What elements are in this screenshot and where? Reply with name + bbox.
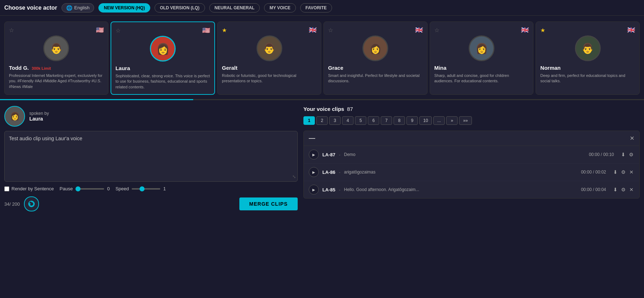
voice-cards-section: ☆ 🇺🇸 👨 Todd G. 300k Limit Professional I… (0, 16, 644, 98)
speed-slider[interactable] (132, 188, 160, 190)
speaker-row: 👩 spoken by Laura (4, 106, 298, 127)
pause-slider[interactable] (75, 188, 104, 190)
clip-item-la85: ▶ LA-85 - Hello. Good afternoon. Arigatō… (304, 181, 639, 198)
voice-card-grace[interactable]: ☆ 🇬🇧 👩 Grace Smart and insightful. Perfe… (323, 21, 428, 95)
generate-button[interactable] (24, 196, 39, 211)
voice-name-todd: Todd G. (9, 65, 29, 71)
voice-card-geralt[interactable]: ★ 🇬🇧 👨 Geralt Robotic or futuristic, goo… (217, 21, 321, 95)
avatar-mina: 👩 (469, 35, 494, 61)
star-icon-mina[interactable]: ☆ (434, 27, 439, 34)
delete-btn-la85[interactable]: ✕ (629, 186, 634, 193)
flag-todd: 🇺🇸 (96, 26, 104, 34)
page-btn-next[interactable]: » (446, 116, 458, 125)
voice-card-norman[interactable]: ★ 🇬🇧 👨 Norman Deep and firm, perfect for… (536, 21, 640, 95)
clip-panel: — ✕ ▶ LA-87 - Demo 00:00 / 00:10 ⬇ ⚙ ▶ L… (303, 131, 640, 199)
pagination: 1 2 3 4 5 6 7 8 9 10 ... » »» (303, 116, 640, 125)
pause-label: Pause (60, 186, 73, 191)
editor-panel: 👩 spoken by Laura Test audio clip using … (4, 106, 298, 266)
speaker-name: Laura (29, 116, 49, 122)
play-btn-la87[interactable]: ▶ (309, 150, 319, 160)
star-icon-norman[interactable]: ★ (540, 27, 545, 34)
language-button[interactable]: 🌐 English (62, 3, 94, 13)
voice-desc-laura: Sophisticated, clear, strong voice. This… (116, 73, 210, 90)
version-btn-lq[interactable]: OLD VERSION (LQ) (155, 3, 205, 13)
flag-norman: 🇬🇧 (627, 26, 635, 34)
clip-label-la87: Demo (344, 152, 585, 157)
spoken-by-label: spoken by (29, 111, 49, 116)
clip-id-la85: LA-85 (322, 187, 335, 192)
page-btn-7[interactable]: 7 (381, 116, 392, 125)
clip-time-la87: 00:00 / 00:10 (589, 152, 614, 157)
clip-sep-la86: - (339, 170, 340, 175)
version-btn-neural[interactable]: NEURAL GENERAL (209, 3, 260, 13)
download-btn-la86[interactable]: ⬇ (613, 168, 618, 176)
page-btn-3[interactable]: 3 (329, 116, 341, 125)
pause-control: Pause 0 (60, 186, 110, 191)
merge-clips-button[interactable]: MERGE CLIPS (239, 197, 298, 210)
resize-handle[interactable]: ⤡ (292, 174, 296, 180)
clips-header: Your voice clips 87 (303, 106, 640, 112)
star-icon-grace[interactable]: ☆ (328, 27, 333, 34)
play-btn-la85[interactable]: ▶ (309, 185, 319, 195)
clip-actions-la86: ⬇ ⚙ ✕ (613, 168, 634, 176)
limit-badge-todd: 300k Limit (32, 66, 51, 70)
avatar-todd: 👨 (43, 35, 69, 61)
voice-name-mina: Mina (434, 65, 447, 71)
clip-time-la85: 00:00 / 00:04 (581, 187, 606, 192)
voice-card-todd[interactable]: ☆ 🇺🇸 👨 Todd G. 300k Limit Professional I… (4, 21, 108, 95)
speed-label: Speed (116, 186, 129, 191)
voice-card-mina[interactable]: ☆ 🇬🇧 👩 Mina Sharp, adult and concise, go… (430, 21, 534, 95)
globe-icon: 🌐 (66, 5, 72, 11)
page-btn-8[interactable]: 8 (394, 116, 405, 125)
page-btn-2[interactable]: 2 (316, 116, 328, 125)
page-btn-9[interactable]: 9 (406, 116, 418, 125)
clip-label-la86: arigatōgozaimas (344, 170, 577, 175)
avatar-laura: 👩 (150, 36, 176, 62)
version-btn-myvoice[interactable]: MY VOICE (264, 3, 296, 13)
voice-name-norman: Norman (540, 65, 561, 71)
settings-btn-la86[interactable]: ⚙ (620, 168, 626, 176)
voice-desc-todd: Professional Internet Marketing expert, … (9, 73, 104, 89)
voice-name-geralt: Geralt (222, 65, 237, 71)
voice-desc-norman: Deep and firm, perfect for educational t… (540, 73, 635, 84)
bottom-action-row: 34/ 200 MERGE CLIPS (4, 196, 298, 211)
voice-desc-mina: Sharp, adult and concise, good for child… (434, 73, 529, 84)
render-by-sentence-label[interactable]: Render by Sentence (4, 186, 54, 191)
page-btn-6[interactable]: 6 (368, 116, 379, 125)
language-label: English (74, 5, 90, 10)
clip-time-la86: 00:00 / 00:02 (581, 170, 606, 175)
clip-actions-la87: ⬇ ⚙ (620, 151, 634, 158)
star-icon-laura[interactable]: ☆ (116, 27, 121, 34)
clip-actions-la85: ⬇ ⚙ ✕ (613, 186, 634, 193)
page-btn-5[interactable]: 5 (355, 116, 366, 125)
star-icon-todd[interactable]: ☆ (9, 27, 14, 34)
settings-btn-la85[interactable]: ⚙ (620, 186, 626, 193)
speaker-avatar: 👩 (4, 106, 25, 127)
play-btn-la86[interactable]: ▶ (309, 167, 319, 177)
clips-panel: Your voice clips 87 1 2 3 4 5 6 7 8 9 10… (303, 106, 640, 266)
avatar-geralt: 👨 (257, 35, 282, 61)
page-btn-4[interactable]: 4 (342, 116, 353, 125)
download-btn-la87[interactable]: ⬇ (620, 151, 626, 158)
page-btn-1[interactable]: 1 (303, 116, 315, 125)
download-btn-la85[interactable]: ⬇ (613, 186, 618, 193)
voice-card-laura[interactable]: ☆ 🇺🇸 👩 Laura Sophisticated, clear, stron… (111, 21, 215, 95)
render-by-sentence-checkbox[interactable] (4, 186, 9, 191)
clip-id-la87: LA-87 (322, 152, 335, 157)
delete-btn-la86[interactable]: ✕ (629, 168, 634, 176)
version-btn-hq[interactable]: NEW VERSION (HQ) (98, 3, 150, 13)
flag-mina: 🇬🇧 (521, 26, 529, 34)
page-btn-ellipsis[interactable]: ... (433, 116, 445, 125)
page-btn-last[interactable]: »» (459, 116, 472, 125)
settings-btn-la87[interactable]: ⚙ (628, 151, 634, 158)
avatar-grace: 👩 (362, 35, 388, 61)
clip-sep-la87: - (339, 152, 340, 157)
controls-row: Render by Sentence Pause 0 Speed 1 (4, 186, 298, 191)
clip-id-la86: LA-86 (322, 170, 335, 175)
text-input[interactable]: Test audio clip using Laur'a voice (9, 136, 293, 175)
clip-collapse-close[interactable]: ✕ (630, 135, 634, 142)
version-btn-favorite[interactable]: FAVORITE (300, 3, 332, 13)
star-icon-geralt[interactable]: ★ (222, 27, 227, 34)
pause-value: 0 (107, 186, 109, 191)
page-btn-10[interactable]: 10 (419, 116, 432, 125)
